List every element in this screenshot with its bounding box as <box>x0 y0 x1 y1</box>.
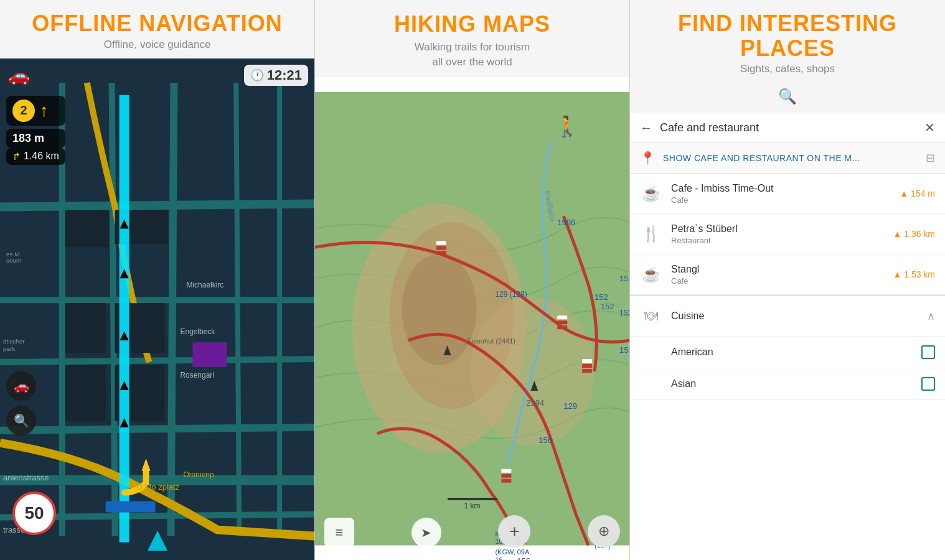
cuisine-section: 🍽 Cuisine ∧ American Asian <box>630 295 945 400</box>
hiking-menu-button[interactable]: ≡ <box>324 518 354 548</box>
category-title: Cafe and restaurant <box>660 121 917 134</box>
svg-marker-19 <box>120 418 129 427</box>
svg-text:1996: 1996 <box>557 218 575 227</box>
asian-checkbox[interactable] <box>921 377 935 391</box>
nav-title: OFFLINE NAVIGATION <box>6 11 308 36</box>
search-icon: 🔍 <box>778 88 797 105</box>
panel-offline-navigation: OFFLINE NAVIGATION Offline, voice guidan… <box>0 0 315 560</box>
svg-text:Eisenhut (2441): Eisenhut (2441) <box>468 337 515 345</box>
place-item[interactable]: 🍴 Petra`s Stüberl Restaurant ▲ 1.36 km <box>630 214 945 254</box>
svg-marker-24 <box>142 458 151 470</box>
svg-text:152: 152 <box>619 274 629 283</box>
svg-rect-52 <box>582 364 592 368</box>
places-header: FIND INTERESTINGPLACES Sights, cafes, sh… <box>630 0 945 83</box>
hiking-add-button[interactable]: + <box>498 515 530 548</box>
car-icon: 🚗 <box>6 65 31 86</box>
svg-rect-50 <box>501 469 511 472</box>
nav-top-bar: 🚗 🕐 12:21 <box>0 65 314 86</box>
svg-text:129 (129): 129 (129) <box>495 290 527 299</box>
svg-marker-20 <box>120 381 129 390</box>
svg-text:152: 152 <box>595 292 608 302</box>
svg-rect-47 <box>557 315 567 319</box>
svg-text:Oranienp: Oranienp <box>183 470 214 478</box>
place-name: Petra`s Stüberl <box>671 223 884 235</box>
svg-point-40 <box>402 253 477 365</box>
place-info: Cafe - Imbiss Time-Out Cafe <box>671 183 891 205</box>
svg-rect-32 <box>106 501 156 512</box>
scale-label: 1 km <box>464 502 480 510</box>
svg-rect-46 <box>557 320 567 324</box>
hiking-directions-button[interactable]: ➤ <box>411 518 441 548</box>
svg-line-10 <box>236 83 239 536</box>
cuisine-option-name-2: Asian <box>671 378 913 390</box>
right-turn-icon: ↱ <box>12 151 21 162</box>
svg-text:15: 15 <box>495 556 502 560</box>
total-distance: ↱ 1.46 km <box>6 148 65 165</box>
cuisine-chevron-icon: ∧ <box>927 309 935 323</box>
svg-rect-17 <box>115 365 165 421</box>
place-info: Stangl Cafe <box>671 264 884 286</box>
cafe-icon: ☕ <box>640 182 662 205</box>
svg-text:dtischer: dtischer <box>3 338 26 345</box>
place-name: Stangl <box>671 264 884 275</box>
cuisine-option-name: American <box>671 347 913 358</box>
place-item[interactable]: ☕ Stangl Cafe ▲ 1.53 km <box>630 254 945 295</box>
hiking-header: HIKING MAPS Walking trails for tourismal… <box>315 0 629 77</box>
place-item[interactable]: ☕ Cafe - Imbiss Time-Out Cafe ▲ 154 m <box>630 174 945 214</box>
svg-rect-18 <box>192 342 227 367</box>
svg-text:152: 152 <box>601 302 614 311</box>
place-type: Cafe <box>671 195 891 205</box>
svg-marker-23 <box>120 219 129 228</box>
close-button[interactable]: ✕ <box>924 120 935 135</box>
svg-rect-16 <box>65 365 106 421</box>
hiking-bottom-controls: ≡ ➤ + ⊕ <box>315 515 629 548</box>
places-list: ☕ Cafe - Imbiss Time-Out Cafe ▲ 154 m 🍴 … <box>630 174 945 560</box>
svg-rect-49 <box>501 474 511 477</box>
dark-map-bg: U Mo zplatz Oranienp Michaelkirc Engelbe… <box>0 58 314 560</box>
svg-text:2394: 2394 <box>526 398 544 408</box>
cuisine-option[interactable]: Asian <box>630 368 945 400</box>
cuisine-header[interactable]: 🍽 Cuisine ∧ <box>630 296 945 337</box>
turn-number: 2 <box>12 100 35 122</box>
hiker-icon: 🚶 <box>555 114 580 138</box>
svg-line-4 <box>0 427 314 430</box>
american-checkbox[interactable] <box>921 345 935 359</box>
speed-limit-circle: 50 <box>12 492 56 535</box>
hiking-compass-button[interactable]: ⊕ <box>588 515 620 548</box>
car-mode-button[interactable]: 🚗 <box>6 371 36 401</box>
place-type: Cafe <box>671 276 884 286</box>
nav-subtitle: Offline, voice guidance <box>6 39 308 51</box>
scale-bar: 1 km <box>448 498 497 510</box>
hiking-subtitle: Walking trails for tourismall over the w… <box>321 40 623 70</box>
places-subtitle: Sights, cafes, shops <box>636 63 939 75</box>
panel-hiking-maps: HIKING MAPS Walking trails for tourismal… <box>315 0 630 560</box>
svg-rect-15 <box>115 303 165 353</box>
topo-map-svg: Paalbach <box>315 77 629 560</box>
svg-text:es M: es M <box>6 251 20 258</box>
time-display: 🕐 12:21 <box>244 65 308 86</box>
place-distance: ▲ 154 m <box>900 189 935 198</box>
svg-line-8 <box>112 83 115 536</box>
scale-line <box>448 498 497 500</box>
cuisine-chef-icon: 🍽 <box>640 305 662 327</box>
clock-icon: 🕐 <box>250 68 264 82</box>
svg-text:Engelbeck: Engelbeck <box>180 327 215 336</box>
svg-line-9 <box>171 83 174 536</box>
svg-text:156: 156 <box>538 435 552 444</box>
svg-rect-12 <box>65 210 109 247</box>
category-bar: ← Cafe and restaurant ✕ <box>630 113 945 143</box>
hiking-title: HIKING MAPS <box>321 11 623 37</box>
panel-find-places: FIND INTERESTINGPLACES Sights, cafes, sh… <box>630 0 945 560</box>
nav-direction-shape <box>148 531 167 551</box>
location-pin-icon: 📍 <box>640 151 656 166</box>
navigation-triangle <box>148 531 167 551</box>
places-title: FIND INTERESTINGPLACES <box>636 11 939 60</box>
back-arrow-icon[interactable]: ← <box>640 121 652 135</box>
filter-icon[interactable]: ⊟ <box>926 151 935 165</box>
svg-text:U Mo  zplatz: U Mo zplatz <box>137 482 180 491</box>
cuisine-option[interactable]: American <box>630 337 945 368</box>
search-map-button[interactable]: 🔍 <box>6 406 36 436</box>
svg-rect-51 <box>501 478 511 482</box>
svg-line-1 <box>0 203 314 207</box>
show-on-map-text[interactable]: SHOW CAFE AND RESTAURANT ON THE M... <box>663 153 918 163</box>
